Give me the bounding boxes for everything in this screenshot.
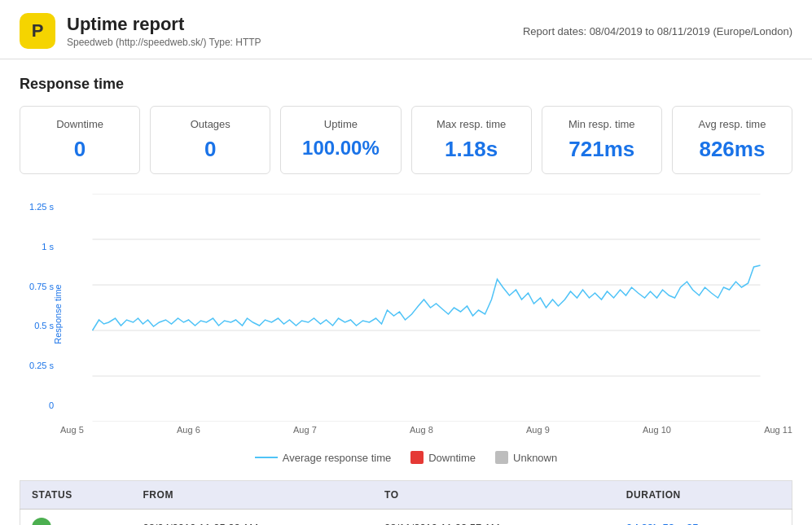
to-cell: 08/11/2019 11:03:57 AM <box>373 510 615 526</box>
header-subtitle: Speedweb (http://speedweb.sk/) Type: HTT… <box>67 37 261 48</box>
chart-legend: Average response time Downtime Unknown <box>20 451 792 464</box>
main-content: Response time Downtime0Outages0Uptime100… <box>0 59 812 525</box>
status-cell <box>20 510 132 526</box>
stat-card-5: Avg resp. time826ms <box>672 106 792 174</box>
stat-card-2: Uptime100.00% <box>280 106 401 174</box>
status-table: STATUS FROM TO DURATION 08/04/2019 11:05… <box>20 480 792 525</box>
stats-row: Downtime0Outages0Uptime100.00%Max resp. … <box>20 106 792 174</box>
x-label-aug9: Aug 9 <box>526 425 550 435</box>
legend-unknown-box <box>495 451 508 464</box>
section-title: Response time <box>20 76 792 93</box>
logo: P <box>20 13 55 49</box>
stat-value-2: 100.00% <box>297 137 384 160</box>
report-dates: Report dates: 08/04/2019 to 08/11/2019 (… <box>523 25 792 37</box>
x-label-aug6: Aug 6 <box>177 425 200 435</box>
duration-cell: 6d 23h 58m 35s <box>615 510 792 526</box>
x-label-aug7: Aug 7 <box>293 425 317 435</box>
x-label-aug5: Aug 5 <box>60 425 84 435</box>
stat-label-5: Avg resp. time <box>689 118 775 130</box>
legend-avg-label: Average response time <box>283 452 391 464</box>
stat-value-3: 1.18s <box>428 137 515 162</box>
stat-value-4: 721ms <box>559 137 645 162</box>
legend-downtime: Downtime <box>410 451 476 464</box>
chart-container: 1.25 s 1 s 0.75 s 0.5 s 0.25 s 0 Respons… <box>20 194 792 435</box>
y-axis-label-2: 0.75 s <box>29 282 54 291</box>
legend-unknown: Unknown <box>495 451 557 464</box>
legend-unknown-label: Unknown <box>513 452 557 464</box>
stat-value-1: 0 <box>167 137 253 162</box>
table-section: STATUS FROM TO DURATION 08/04/2019 11:05… <box>20 480 792 525</box>
col-from: FROM <box>131 481 373 510</box>
response-chart <box>60 194 792 422</box>
stat-label-3: Max resp. time <box>428 118 515 130</box>
x-label-aug11: Aug 11 <box>764 425 792 435</box>
header-left: P Uptime report Speedweb (http://speedwe… <box>20 13 261 49</box>
from-cell: 08/04/2019 11:05:22 AM <box>131 510 373 526</box>
stat-card-3: Max resp. time1.18s <box>411 106 532 174</box>
x-label-aug10: Aug 10 <box>643 425 671 435</box>
col-to: TO <box>373 481 615 510</box>
stat-card-4: Min resp. time721ms <box>542 106 662 174</box>
stat-card-1: Outages0 <box>150 106 270 174</box>
col-status: STATUS <box>20 481 132 510</box>
y-axis-label-1: 1 s <box>42 242 54 252</box>
col-duration: DURATION <box>615 481 792 510</box>
stat-label-1: Outages <box>167 118 253 130</box>
legend-downtime-label: Downtime <box>428 452 476 464</box>
header-info: Uptime report Speedweb (http://speedweb.… <box>67 14 261 48</box>
table-header-row: STATUS FROM TO DURATION <box>20 481 792 510</box>
legend-avg: Average response time <box>255 452 391 464</box>
y-axis-title: Response time <box>53 284 63 343</box>
x-label-aug8: Aug 8 <box>410 425 433 435</box>
y-axis-label-4: 0.25 s <box>29 361 54 370</box>
y-axis-label-3: 0.5 s <box>34 321 54 330</box>
y-axis-label-5: 0 <box>49 400 54 410</box>
stat-label-0: Downtime <box>37 118 123 130</box>
table-row: 08/04/2019 11:05:22 AM08/11/2019 11:03:5… <box>20 510 792 526</box>
stat-label-2: Uptime <box>297 118 384 130</box>
legend-downtime-box <box>410 451 424 464</box>
page-header: P Uptime report Speedweb (http://speedwe… <box>0 0 812 59</box>
page-title: Uptime report <box>67 14 261 35</box>
stat-value-0: 0 <box>37 137 123 162</box>
stat-value-5: 826ms <box>689 137 775 162</box>
status-icon-up <box>32 518 51 525</box>
y-axis-label-0: 1.25 s <box>29 202 54 212</box>
stat-card-0: Downtime0 <box>20 106 140 174</box>
legend-avg-line <box>255 457 278 458</box>
stat-label-4: Min resp. time <box>559 118 645 130</box>
